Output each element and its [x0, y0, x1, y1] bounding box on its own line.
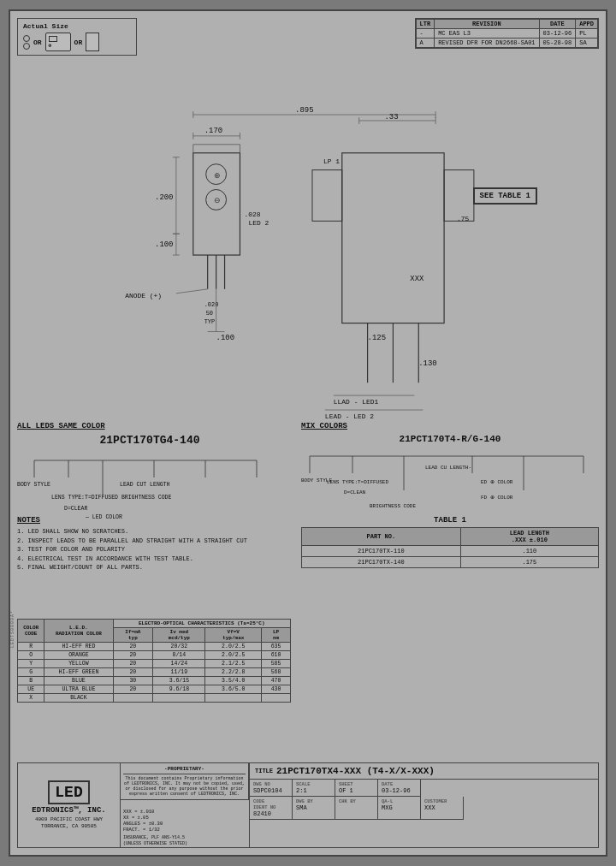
led-radiation-r: HI-EFF RED [44, 643, 113, 651]
date-value: 03-12-96 [382, 787, 417, 794]
footer-logo: LED EDTRONICS™, INC. 4009 PACIFIC COAST … [18, 763, 121, 847]
led-radiation-b: BLUE [44, 677, 113, 685]
sheet-label: SHEET [339, 781, 374, 787]
led-row-g: G HI-EFF GREEN 20 11/19 2.2/2.8 568 [18, 668, 291, 677]
led-color-y: Y [18, 660, 44, 668]
rev-ltr-1: A [416, 39, 435, 48]
led-if-r: 20 [113, 643, 153, 651]
see-table-box: SEE TABLE 1 [473, 187, 537, 205]
proprietary-notice: -PROPRIETARY- This document contains Pro… [121, 763, 249, 800]
led-iv-g: 11/19 [153, 668, 205, 677]
led-lp-g: 568 [262, 668, 291, 677]
svg-text:.895: .895 [295, 106, 313, 115]
footer-dwg-by: DWG BY SMA [293, 797, 335, 820]
led-col-iv: Iv medmcd/typ [153, 628, 205, 643]
svg-text:ED ⊕ COLOR: ED ⊕ COLOR [481, 479, 513, 485]
footer-qa: QA-L MXG [378, 797, 421, 820]
footer-sheet: SHEET OF 1 [335, 780, 378, 797]
led-row-b: B BLUE 30 3.6/15 3.5/4.0 470 [18, 677, 291, 685]
led-color-r: R [18, 643, 44, 651]
actual-size-label: Actual Size [23, 22, 131, 30]
led-radiation-o: ORANGE [44, 651, 113, 660]
led-col-characteristics: ELECTRO-OPTICAL CHARACTERISTICS (Ta=25°C… [113, 620, 291, 628]
svg-text:.028: .028 [244, 211, 260, 218]
led-radiation-g: HI-EFF GREEN [44, 668, 113, 677]
edtronics-name: EDTRONICS™, INC. [32, 806, 105, 815]
led-color-b: B [18, 677, 44, 685]
revision-row-1: A REVISED DFR FOR DN2668-SA01 05-28-98 S… [416, 39, 597, 48]
led-if-ue: 20 [113, 685, 153, 694]
led-iv-x [153, 694, 205, 703]
led-color-x: X [18, 694, 44, 703]
footer-bottom-row: DWG NO SDPC0104 SCALE 2:1 SHEET OF 1 DAT… [250, 780, 598, 797]
title-value: 21PCT170TX4-XXX (T4-X/X-XXX) [276, 766, 435, 776]
table1-section: TABLE 1 PART NO. LEAD LENGTH.XXX ±.010 2… [301, 516, 599, 568]
col-ltr: LTR [416, 20, 435, 29]
led-radiation-x: BLACK [44, 694, 113, 703]
led-row-ue: UE ULTRA BLUE 20 9.6/18 3.6/5.0 430 [18, 685, 291, 694]
table1-lead-0: .110 [460, 546, 598, 557]
company-address: 4009 PACIFIC COAST HWY TORRANCE, CA 9050… [35, 816, 103, 830]
table1-title: TABLE 1 [301, 516, 599, 525]
led-color-ue: UE [18, 685, 44, 694]
table1-row-1: 21PC170TX-140 .175 [302, 557, 599, 568]
all-leds-diagram: BODY STYLE LEAD CUT LENGTH LENS TYPE:T=D… [17, 452, 274, 520]
rev-appd-1: SA [576, 39, 598, 48]
led-iv-ue: 9.6/18 [153, 685, 205, 694]
note-4: 4. ELECTRICAL TEST IN ACCORDANCE WITH TE… [17, 555, 291, 564]
led-vf-y: 2.1/2.5 [205, 660, 262, 668]
led-if-y: 20 [113, 660, 153, 668]
footer-scale: SCALE 2:1 [293, 780, 335, 797]
chk-by-label: CHK BY [339, 798, 374, 804]
scale-label: SCALE [296, 781, 331, 787]
customer-value: XXX [424, 804, 459, 811]
qa-label: QA-L [382, 798, 417, 804]
led-radiation-y: YELLOW [44, 660, 113, 668]
see-table-label: SEE TABLE 1 [480, 192, 530, 200]
note-1: 1. LED SHALL SHOW NO SCRATCHES. [17, 527, 291, 537]
svg-text:LEAD CUT LENGTH: LEAD CUT LENGTH [120, 482, 170, 488]
led-col-color-code: COLORCODE [18, 620, 44, 643]
svg-text:⊖: ⊖ [214, 197, 221, 205]
all-leds-title: ALL LEDS SAME COLOR [17, 422, 282, 430]
table1-col-lead: LEAD LENGTH.XXX ±.010 [460, 528, 598, 546]
note-5: 5. FINAL WEIGHT/COUNT OF ALL PARTS. [17, 563, 291, 572]
rev-date-0: 03-12-96 [539, 29, 576, 39]
svg-text:D=CLEAR: D=CLEAR [64, 506, 87, 512]
led-vf-r: 2.0/2.5 [205, 643, 262, 651]
svg-text:.125: .125 [368, 334, 386, 342]
table1-col-part: PART NO. [302, 528, 461, 546]
led-vf-b: 3.5/4.0 [205, 677, 262, 685]
svg-text:LENS TYPE:T=DIFFUSED  BRIGHTNE: LENS TYPE:T=DIFFUSED BRIGHTNESS CODE [51, 495, 172, 501]
or-label-1: OR [33, 39, 42, 46]
led-if-g: 20 [113, 668, 153, 677]
svg-text:D=CLEAN: D=CLEAN [344, 489, 366, 495]
svg-text:FD ⊕ COLOR: FD ⊕ COLOR [481, 495, 513, 501]
rev-ltr-0: - [416, 29, 435, 39]
led-logo: LED [48, 780, 89, 804]
revision-table: LTR REVISION DATE APPD - MC EAS L3 03-12… [415, 18, 599, 49]
led-lp-r: 635 [262, 643, 291, 651]
all-leds-section: ALL LEDS SAME COLOR 21PCT170TG4-140 BODY… [17, 422, 282, 520]
footer-title-row: TITLE 21PCT170TX4-XXX (T4-X/X-XXX) [250, 763, 598, 780]
col-date: DATE [539, 20, 576, 29]
svg-text:LLAD - LED1: LLAD - LED1 [334, 398, 379, 406]
svg-text:.170: .170 [204, 127, 222, 135]
svg-text:.100: .100 [216, 334, 234, 342]
led-iv-o: 8/14 [153, 651, 205, 660]
led-col-radiation: L.E.D.RADIATION COLOR [44, 620, 113, 643]
led-iv-r: 20/32 [153, 643, 205, 651]
svg-text:BODY STYLE: BODY STYLE [17, 482, 50, 488]
led-lp-y: 585 [262, 660, 291, 668]
svg-text:.75: .75 [457, 215, 470, 222]
schematic-drawing: ⊕ ⊖ .170 .895 .33 [10, 101, 606, 426]
footer-date: DATE 03-12-96 [378, 780, 421, 797]
led-symbol-1 [23, 35, 30, 50]
led-row-r: R HI-EFF RED 20 20/32 2.0/2.5 635 [18, 643, 291, 651]
svg-text:BRIGHTNESS CODE: BRIGHTNESS CODE [370, 503, 416, 509]
table1-part-0: 21PC170TX-110 [302, 546, 461, 557]
led-row-x: X BLACK [18, 694, 291, 703]
led-vf-g: 2.2/2.8 [205, 668, 262, 677]
footer-dwg-no: DWG NO SDPC0104 [250, 780, 293, 797]
led-lp-ue: 430 [262, 685, 291, 694]
